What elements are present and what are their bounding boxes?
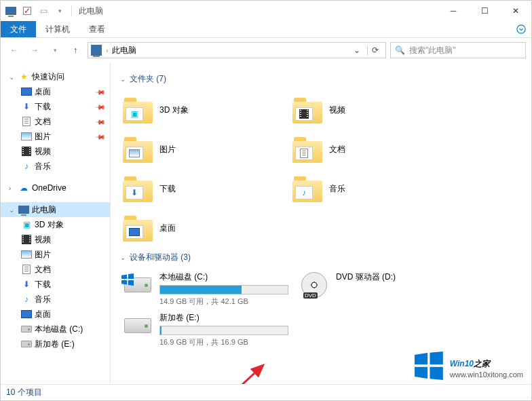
- folder-item[interactable]: 图片: [120, 130, 290, 169]
- watermark-brand-a: Win10: [450, 359, 474, 368]
- pin-icon: 📌: [95, 116, 106, 127]
- tree-item[interactable]: ♪音乐: [1, 292, 110, 307]
- folder-icon: [123, 214, 153, 242]
- tab-file[interactable]: 文件: [1, 21, 36, 37]
- drive-item[interactable]: 本地磁盘 (C:)14.9 GB 可用，共 42.1 GB: [120, 269, 297, 309]
- tree-this-pc[interactable]: ⌄ 此电脑: [1, 202, 110, 217]
- recent-dropdown[interactable]: ▾: [47, 42, 63, 58]
- folder-item[interactable]: ▣3D 对象: [120, 90, 290, 130]
- music-icon: ♪: [21, 294, 32, 305]
- navigation-bar: ← → ▾ ↑ › 此电脑 ⌄ ⟳ 🔍 搜索"此电脑": [1, 38, 531, 62]
- tree-item[interactable]: 桌面📌: [1, 84, 110, 99]
- watermark-brand-b: 之家: [474, 359, 490, 368]
- window-title: 此电脑: [79, 5, 103, 17]
- tab-computer[interactable]: 计算机: [36, 21, 79, 37]
- pin-icon: 📌: [95, 86, 106, 97]
- doc-icon: [21, 264, 32, 275]
- folder-item[interactable]: 文档: [290, 130, 459, 169]
- folder-item[interactable]: ♪音乐: [290, 169, 459, 208]
- tree-item[interactable]: 图片📌: [1, 129, 110, 144]
- folder-label: 3D 对象: [159, 104, 189, 116]
- tree-quick-access[interactable]: ⌄ ★ 快速访问: [1, 69, 110, 84]
- back-button[interactable]: ←: [6, 42, 22, 58]
- tree-item[interactable]: 视频: [1, 144, 110, 159]
- tree-item[interactable]: 新加卷 (E:): [1, 337, 110, 351]
- chevron-down-icon: ⌄: [9, 73, 16, 81]
- svg-point-0: [517, 25, 525, 33]
- svg-line-1: [236, 365, 263, 384]
- drive-item[interactable]: 新加卷 (E:)16.9 GB 可用，共 16.9 GB: [120, 309, 297, 350]
- close-button[interactable]: ✕: [500, 1, 531, 21]
- maximize-button[interactable]: ☐: [469, 1, 500, 21]
- group-title: 文件夹 (7): [130, 73, 166, 85]
- tree-label: 视频: [35, 146, 51, 157]
- tree-label: 图片: [35, 249, 51, 261]
- minimize-button[interactable]: ─: [438, 1, 469, 21]
- up-button[interactable]: ↑: [67, 42, 83, 58]
- tree-label: 音乐: [35, 294, 51, 305]
- folder-label: 桌面: [159, 223, 176, 234]
- qat-new-folder-icon[interactable]: ▭: [36, 3, 51, 18]
- desktop-icon: [21, 309, 32, 320]
- tree-item[interactable]: 文档📌: [1, 114, 110, 129]
- tree-item[interactable]: ♪音乐: [1, 159, 110, 174]
- tree-label: 新加卷 (E:): [35, 339, 75, 350]
- folder-item[interactable]: 视频: [290, 90, 459, 130]
- tab-view[interactable]: 查看: [79, 21, 115, 37]
- tree-label: 下载: [35, 101, 51, 113]
- drive-name: DVD 驱动器 (D:): [336, 271, 470, 283]
- tree-label: 快速访问: [32, 71, 64, 83]
- qat-dropdown-icon[interactable]: ▾: [52, 3, 67, 18]
- drive-item[interactable]: DVDDVD 驱动器 (D:): [297, 269, 473, 309]
- doc-icon: [21, 116, 32, 127]
- drive-capacity-bar: [159, 285, 288, 294]
- drive-info: 14.9 GB 可用，共 42.1 GB: [159, 297, 294, 307]
- chevron-right-icon: ›: [9, 185, 16, 192]
- refresh-button[interactable]: ⟳: [367, 45, 383, 55]
- tree-label: 下载: [35, 279, 51, 290]
- address-bar[interactable]: › 此电脑 ⌄ ⟳: [88, 42, 386, 58]
- watermark: Win10之家 www.win10xitong.com: [415, 351, 523, 380]
- download-icon: ⬇: [21, 101, 32, 112]
- tree-item[interactable]: 图片: [1, 247, 110, 262]
- tree-item[interactable]: 本地磁盘 (C:): [1, 322, 110, 337]
- folder-item[interactable]: 桌面: [120, 208, 290, 248]
- group-folders-header[interactable]: ⌄ 文件夹 (7): [120, 73, 522, 85]
- tree-item[interactable]: ⬇下载📌: [1, 99, 110, 114]
- tree-onedrive[interactable]: › ☁ OneDrive: [1, 180, 110, 195]
- tree-item[interactable]: ⬇下载: [1, 277, 110, 292]
- tree-label: OneDrive: [32, 183, 66, 193]
- 3d-icon: ▣: [21, 219, 32, 230]
- group-drives-header[interactable]: ⌄ 设备和驱动器 (3): [120, 252, 522, 263]
- tree-item[interactable]: 视频: [1, 232, 110, 247]
- folder-item[interactable]: ⬇下载: [120, 169, 290, 208]
- img-icon: [21, 249, 32, 260]
- folder-icon: ▣: [123, 96, 153, 123]
- tree-item[interactable]: ▣3D 对象: [1, 217, 110, 232]
- chevron-down-icon: ⌄: [120, 254, 126, 261]
- tree-label: 3D 对象: [35, 219, 64, 231]
- drive-icon: [21, 339, 32, 349]
- folder-label: 下载: [159, 183, 176, 195]
- address-dropdown-icon[interactable]: ⌄: [351, 45, 363, 55]
- search-input[interactable]: 🔍 搜索"此电脑": [390, 42, 526, 58]
- desktop-icon: [21, 86, 32, 97]
- tree-label: 视频: [35, 234, 51, 246]
- dvd-icon: DVD: [299, 271, 329, 299]
- pin-icon: 📌: [95, 101, 106, 112]
- forward-button[interactable]: →: [26, 42, 43, 58]
- tree-label: 本地磁盘 (C:): [35, 324, 83, 335]
- folder-icon: ♪: [292, 175, 322, 202]
- tree-label: 此电脑: [32, 204, 56, 216]
- qat-properties-checkbox[interactable]: ✓: [20, 3, 35, 18]
- tree-label: 图片: [35, 131, 51, 142]
- breadcrumb[interactable]: 此电脑: [112, 45, 136, 56]
- navigation-tree: ⌄ ★ 快速访问 桌面📌⬇下载📌文档📌图片📌视频♪音乐 › ☁ OneDrive…: [1, 62, 111, 384]
- tree-label: 文档: [35, 116, 51, 128]
- tree-item[interactable]: 桌面: [1, 307, 110, 322]
- search-placeholder: 搜索"此电脑": [409, 45, 456, 56]
- tree-item[interactable]: 文档: [1, 262, 110, 277]
- ribbon-expand-button[interactable]: [511, 21, 531, 37]
- group-title: 设备和驱动器 (3): [130, 252, 191, 263]
- music-icon: ♪: [21, 161, 32, 172]
